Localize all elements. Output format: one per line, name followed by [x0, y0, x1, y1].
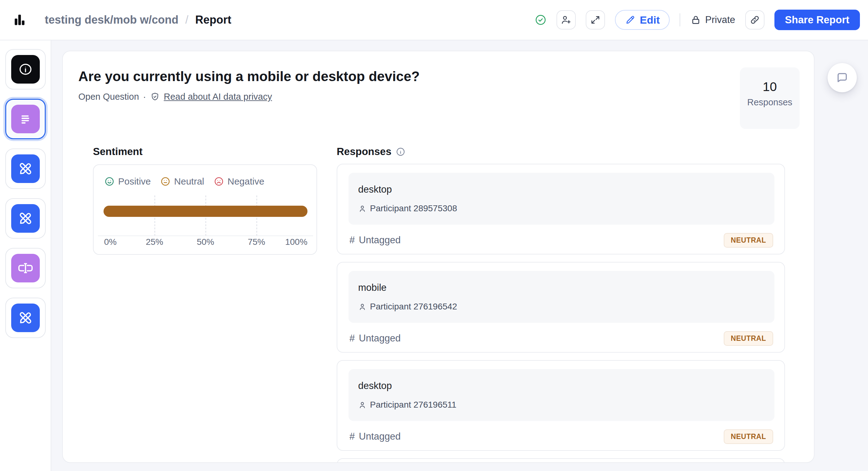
sentiment-badge-label: NEUTRAL: [731, 236, 766, 244]
person-icon: [358, 401, 367, 409]
share-report-label: Share Report: [785, 14, 849, 26]
breadcrumb: testing desk/mob w/cond / Report: [45, 13, 231, 26]
response-answer: desktop: [358, 380, 392, 392]
smiley-negative-icon: [214, 176, 224, 187]
responses-heading-label: Responses: [337, 146, 392, 158]
participant-label: Participant 276196542: [370, 302, 457, 312]
sentiment-badge[interactable]: NEUTRAL: [724, 331, 773, 346]
response-answer-box: desktop Participant 276196511: [348, 369, 774, 421]
report-question-card: Are you currently using a mobile or desk…: [62, 51, 814, 463]
sidebar-item-logic-block-2[interactable]: [5, 198, 46, 239]
sentiment-badge-label: NEUTRAL: [731, 334, 766, 343]
expand-fullscreen-button[interactable]: [586, 10, 605, 30]
sentiment-chart-card: Positive Neutral: [93, 164, 317, 255]
app-logo-icon[interactable]: [12, 12, 27, 28]
share-report-button[interactable]: Share Report: [774, 10, 860, 30]
response-answer-box: mobile Participant 276196542: [348, 271, 774, 323]
lock-icon: [690, 14, 701, 26]
responses-count-value: 10: [763, 79, 777, 94]
tag-control[interactable]: # Untagged: [349, 333, 401, 344]
input-field-icon: [11, 254, 40, 282]
sentiment-badge[interactable]: NEUTRAL: [724, 233, 773, 247]
ai-privacy-link[interactable]: Read about AI data privacy: [164, 92, 272, 102]
breadcrumb-project[interactable]: testing desk/mob w/cond: [45, 13, 179, 26]
privacy-status: Private: [690, 14, 735, 26]
edit-button[interactable]: Edit: [615, 10, 670, 30]
header-divider: [680, 13, 680, 26]
sidebar-item-logic-block-3[interactable]: [5, 298, 46, 338]
copy-link-button[interactable]: [745, 10, 765, 30]
participant-label: Participant 276196511: [370, 400, 456, 410]
x-tick-100: 100%: [285, 237, 307, 247]
sentiment-section-heading: Sentiment: [93, 146, 143, 158]
edit-button-label: Edit: [640, 14, 660, 26]
smiley-neutral-icon: [160, 176, 171, 187]
response-card-partial: [337, 458, 785, 463]
breadcrumb-page: Report: [195, 13, 231, 26]
feedback-chat-button[interactable]: [828, 63, 857, 92]
responses-count-box: 10 Responses: [740, 67, 800, 129]
info-icon: [11, 55, 40, 83]
hash-icon: #: [349, 333, 355, 344]
sentiment-badge[interactable]: NEUTRAL: [724, 429, 773, 444]
question-subtitle: Open Question · Read about AI data priva…: [79, 92, 272, 102]
invite-members-button[interactable]: [557, 10, 576, 30]
sidebar-item-logic-block-1[interactable]: [5, 148, 46, 189]
question-type-label: Open Question: [79, 92, 139, 102]
response-participant: Participant 276196511: [358, 400, 456, 410]
top-bar: testing desk/mob w/cond / Report: [0, 0, 868, 40]
hash-icon: #: [349, 235, 355, 246]
tag-label: Untagged: [359, 431, 400, 442]
chart-baseline: [98, 236, 313, 236]
legend-item-neutral: Neutral: [160, 176, 204, 187]
x-tick-75: 75%: [248, 237, 265, 247]
pencil-icon: [625, 14, 636, 25]
sentiment-heading-label: Sentiment: [93, 146, 143, 158]
smiley-positive-icon: [104, 176, 115, 187]
blocks-sidebar: [0, 40, 51, 471]
sidebar-item-input-field[interactable]: [5, 248, 46, 288]
tag-label: Untagged: [359, 235, 400, 246]
response-participant: Participant 289575308: [358, 203, 457, 213]
response-answer: mobile: [358, 282, 386, 293]
sidebar-item-info-block[interactable]: [5, 49, 46, 90]
expand-arrows-icon: [590, 14, 601, 25]
response-card: desktop Participant 289575308 # Untagged…: [337, 164, 785, 255]
response-card: mobile Participant 276196542 # Untagged …: [337, 262, 785, 352]
legend-item-negative: Negative: [214, 176, 264, 187]
saved-check-icon: [535, 14, 547, 26]
responses-count-label: Responses: [747, 97, 792, 107]
chat-bubble-icon: [836, 71, 849, 84]
sentiment-bar: [103, 206, 307, 217]
crossed-pencil-icon: [11, 304, 40, 332]
legend-label-negative: Negative: [227, 176, 264, 187]
user-plus-icon: [561, 14, 572, 26]
subtitle-dot: ·: [143, 92, 146, 102]
sentiment-badge-label: NEUTRAL: [731, 433, 766, 441]
x-tick-0: 0%: [104, 237, 117, 247]
text-lines-icon: [11, 105, 40, 133]
participant-label: Participant 289575308: [370, 203, 457, 213]
sentiment-bar-chart: 0% 25% 50% 75% 100%: [103, 195, 307, 248]
tag-label: Untagged: [359, 333, 400, 344]
x-tick-25: 25%: [146, 237, 163, 247]
crossed-pencil-icon: [11, 155, 40, 183]
sentiment-legend: Positive Neutral: [104, 176, 264, 187]
response-answer-box: desktop Participant 289575308: [348, 173, 774, 225]
privacy-status-label: Private: [705, 14, 735, 26]
shield-check-icon: [150, 92, 160, 102]
crossed-pencil-icon: [11, 204, 40, 233]
response-participant: Participant 276196542: [358, 302, 457, 312]
breadcrumb-separator: /: [185, 13, 188, 26]
hash-icon: #: [349, 431, 355, 442]
person-icon: [358, 204, 367, 213]
response-card: desktop Participant 276196511 # Untagged…: [337, 360, 785, 451]
tag-control[interactable]: # Untagged: [349, 431, 401, 442]
tag-control[interactable]: # Untagged: [349, 235, 401, 246]
question-title: Are you currently using a mobile or desk…: [79, 69, 420, 84]
info-circle-icon[interactable]: [396, 147, 405, 157]
legend-item-positive: Positive: [104, 176, 151, 187]
x-tick-50: 50%: [197, 237, 214, 247]
sidebar-item-open-question[interactable]: [5, 99, 46, 139]
link-icon: [749, 14, 761, 26]
